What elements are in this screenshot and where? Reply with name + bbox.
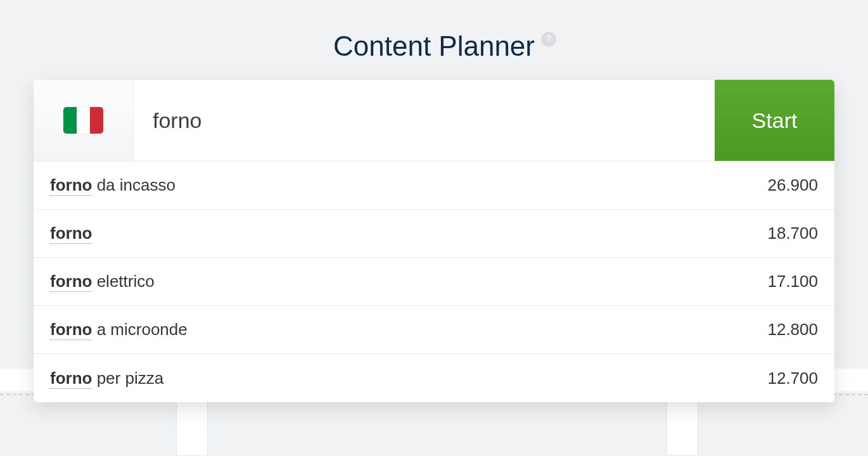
page-title: Content Planner ? bbox=[333, 30, 535, 62]
italy-flag-icon bbox=[63, 107, 103, 134]
suggestion-term: forno elettrico bbox=[50, 272, 155, 291]
suggestion-item[interactable]: forno a microonde 12.800 bbox=[34, 306, 834, 354]
page-title-text: Content Planner bbox=[333, 30, 535, 61]
suggestion-count: 26.900 bbox=[767, 175, 818, 195]
suggestion-list: forno da incasso 26.900 forno 18.700 for… bbox=[34, 161, 834, 402]
suggestion-term: forno per pizza bbox=[50, 369, 163, 388]
search-card: Start forno da incasso 26.900 forno 18.7… bbox=[34, 80, 834, 402]
suggestion-term: forno da incasso bbox=[50, 175, 176, 195]
keyword-input[interactable] bbox=[134, 80, 715, 161]
suggestion-term: forno bbox=[50, 224, 92, 243]
locale-selector[interactable] bbox=[34, 80, 134, 161]
suggestion-item[interactable]: forno elettrico 17.100 bbox=[34, 258, 834, 306]
suggestion-item[interactable]: forno da incasso 26.900 bbox=[34, 162, 834, 210]
suggestion-term: forno a microonde bbox=[50, 320, 188, 339]
suggestion-count: 12.800 bbox=[767, 320, 818, 339]
help-icon[interactable]: ? bbox=[541, 32, 556, 47]
suggestion-item[interactable]: forno 18.700 bbox=[34, 210, 834, 258]
suggestion-item[interactable]: forno per pizza 12.700 bbox=[34, 354, 834, 402]
suggestion-count: 17.100 bbox=[767, 272, 818, 291]
search-row: Start bbox=[34, 80, 834, 161]
suggestion-count: 12.700 bbox=[767, 369, 818, 388]
start-button[interactable]: Start bbox=[715, 80, 834, 161]
suggestion-count: 18.700 bbox=[767, 224, 818, 243]
